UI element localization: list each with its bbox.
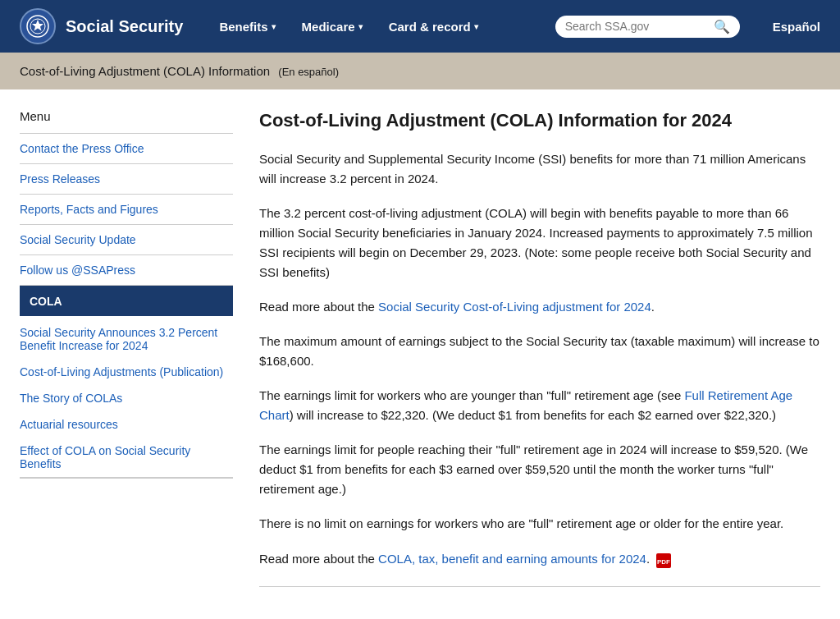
subnav-link-announces[interactable]: Social Security Announces 3.2 Percent Be…	[20, 319, 233, 359]
sidebar-link-reports[interactable]: Reports, Facts and Figures	[20, 195, 233, 224]
para-1: Social Security and Supplemental Securit…	[259, 149, 820, 189]
site-header: Social Security Benefits ▾ Medicare ▾ Ca…	[0, 0, 840, 53]
para-read-more-2: Read more about the COLA, tax, benefit a…	[259, 548, 820, 572]
subnav-link-actuarial[interactable]: Actuarial resources	[20, 411, 233, 438]
sidebar-item-update[interactable]: Social Security Update	[20, 224, 233, 254]
subnav-link-effect[interactable]: Effect of COLA on Social Security Benefi…	[20, 438, 233, 477]
sidebar-active-label[interactable]: COLA	[20, 286, 233, 316]
site-name: Social Security	[66, 17, 183, 36]
nav-medicare[interactable]: Medicare ▾	[292, 13, 372, 40]
main-nav: Benefits ▾ Medicare ▾ Card & record ▾	[209, 13, 528, 40]
espanol-link[interactable]: Español	[773, 20, 820, 34]
subnav-link-publication[interactable]: Cost-of-Living Adjustments (Publication)	[20, 359, 233, 385]
para-earnings-limit-full: The earnings limit for people reaching t…	[259, 440, 820, 499]
para-read-more-1: Read more about the Social Security Cost…	[259, 297, 820, 317]
breadcrumb-bar: Cost-of-Living Adjustment (COLA) Informa…	[0, 53, 840, 89]
main-container: Menu Contact the Press Office Press Rele…	[0, 89, 840, 619]
subnav-item-actuarial[interactable]: Actuarial resources	[20, 411, 233, 438]
sidebar-item-reports[interactable]: Reports, Facts and Figures	[20, 194, 233, 224]
cola-amounts-link[interactable]: COLA, tax, benefit and earning amounts f…	[378, 552, 646, 566]
ssa-seal	[20, 8, 56, 44]
breadcrumb-text: Cost-of-Living Adjustment (COLA) Informa…	[20, 64, 270, 78]
subnav-item-effect[interactable]: Effect of COLA on Social Security Benefi…	[20, 438, 233, 478]
sidebar-subnav: Social Security Announces 3.2 Percent Be…	[20, 319, 233, 478]
page-title: Cost-of-Living Adjustment (COLA) Informa…	[259, 109, 820, 133]
read-more-2-suffix: .	[646, 552, 650, 566]
subnav-item-story[interactable]: The Story of COLAs	[20, 385, 233, 411]
sidebar-item-cola-active[interactable]: COLA Social Security Announces 3.2 Perce…	[20, 285, 233, 479]
subnav-item-announces[interactable]: Social Security Announces 3.2 Percent Be…	[20, 319, 233, 359]
read-more-1-prefix: Read more about the	[259, 300, 378, 314]
sidebar-item-press-releases[interactable]: Press Releases	[20, 163, 233, 194]
para-earnings-limit-young: The earnings limit for workers who are y…	[259, 386, 820, 425]
sidebar-nav: Contact the Press Office Press Releases …	[20, 133, 233, 479]
search-box: 🔍	[555, 16, 740, 38]
nav-benefits[interactable]: Benefits ▾	[209, 13, 285, 40]
para-no-limit: There is no limit on earnings for worker…	[259, 514, 820, 534]
subnav-item-publication[interactable]: Cost-of-Living Adjustments (Publication)	[20, 359, 233, 385]
read-more-1-suffix: .	[651, 300, 655, 314]
svg-text:PDF: PDF	[657, 558, 670, 566]
sidebar-link-contact[interactable]: Contact the Press Office	[20, 134, 233, 163]
sidebar: Menu Contact the Press Office Press Rele…	[20, 109, 233, 587]
content-divider	[259, 586, 820, 587]
full-retirement-age-link[interactable]: Full Retirement Age Chart	[259, 388, 792, 422]
sidebar-link-follow[interactable]: Follow us @SSAPress	[20, 255, 233, 285]
breadcrumb-espanol-link[interactable]: (En español)	[278, 66, 339, 78]
sidebar-link-update[interactable]: Social Security Update	[20, 225, 233, 254]
read-more-2-prefix: Read more about the	[259, 552, 378, 566]
subnav-link-story[interactable]: The Story of COLAs	[20, 385, 233, 411]
search-button[interactable]: 🔍	[714, 19, 730, 34]
sidebar-link-press-releases[interactable]: Press Releases	[20, 164, 233, 194]
nav-card-record[interactable]: Card & record ▾	[379, 13, 488, 40]
sidebar-item-contact[interactable]: Contact the Press Office	[20, 133, 233, 163]
main-content: Cost-of-Living Adjustment (COLA) Informa…	[259, 109, 820, 587]
cola-2024-link[interactable]: Social Security Cost-of-Living adjustmen…	[378, 300, 651, 314]
chevron-down-icon: ▾	[474, 22, 478, 31]
para-2: The 3.2 percent cost-of-living adjustmen…	[259, 204, 820, 282]
search-input[interactable]	[565, 20, 709, 33]
site-logo[interactable]: Social Security	[20, 8, 183, 44]
pdf-icon: PDF	[656, 552, 671, 568]
chevron-down-icon: ▾	[272, 22, 276, 31]
sidebar-item-follow[interactable]: Follow us @SSAPress	[20, 254, 233, 285]
chevron-down-icon: ▾	[358, 22, 363, 31]
para-taxable-max: The maximum amount of earnings subject t…	[259, 332, 820, 371]
menu-label: Menu	[20, 109, 233, 123]
